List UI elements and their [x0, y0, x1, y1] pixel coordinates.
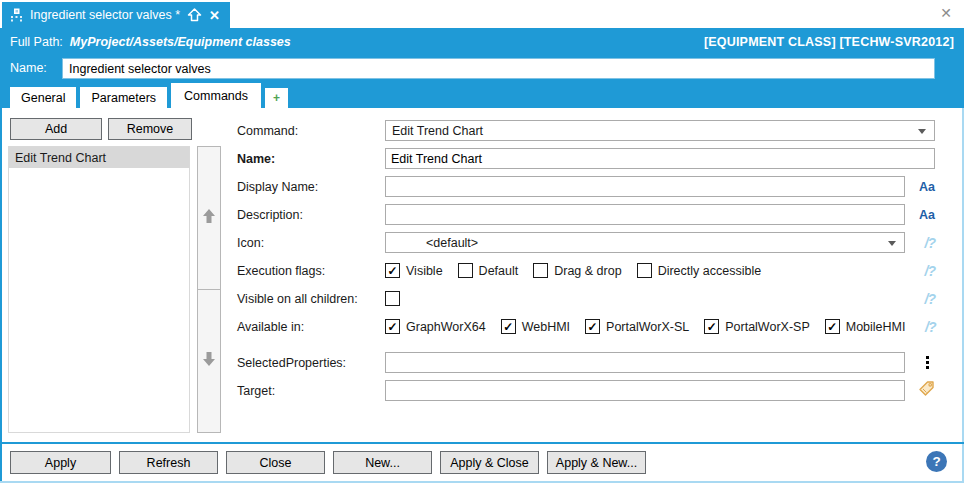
tab-strip: General Parameters Commands +: [0, 82, 964, 108]
icon-label: Icon:: [237, 236, 385, 250]
command-name-label: Name:: [237, 152, 385, 166]
context-badges: [EQUIPMENT CLASS] [TECHW-SVR2012]: [704, 35, 954, 49]
full-path-bar: Full Path:MyProject/Assets/Equipment cla…: [0, 28, 964, 55]
checkbox-default[interactable]: Default: [458, 263, 519, 278]
expression-picker-icon[interactable]: /?: [925, 319, 935, 335]
chevron-down-icon: [918, 129, 926, 134]
checkbox-portalworx-sp[interactable]: PortalWorX-SP: [704, 319, 810, 334]
remove-command-button[interactable]: Remove: [108, 118, 192, 140]
description-label: Description:: [237, 208, 385, 222]
help-icon[interactable]: ?: [926, 451, 947, 472]
move-up-button[interactable]: [198, 147, 220, 290]
available-in-row: Available in: GraphWorX64 WebHMI: [237, 316, 935, 337]
full-path: Full Path:MyProject/Assets/Equipment cla…: [10, 35, 291, 49]
description-input[interactable]: [385, 204, 905, 225]
more-options-icon[interactable]: [926, 356, 935, 369]
command-name-input[interactable]: [385, 148, 935, 169]
add-command-button[interactable]: Add: [10, 118, 102, 140]
new-button[interactable]: New...: [333, 451, 432, 474]
visible-on-all-children-label: Visible on all children:: [237, 292, 385, 306]
description-row: Description: Aa: [237, 204, 935, 225]
command-dropdown[interactable]: Edit Trend Chart: [385, 120, 935, 141]
icon-dropdown-value: <default>: [426, 236, 478, 250]
checkbox-icon[interactable]: [825, 319, 840, 334]
checkbox-label: PortalWorX-SL: [606, 320, 689, 334]
checkbox-webhmi[interactable]: WebHMI: [501, 319, 570, 334]
display-name-label: Display Name:: [237, 180, 385, 194]
display-name-row: Display Name: Aa: [237, 176, 935, 197]
float-up-icon[interactable]: [187, 8, 202, 22]
list-item[interactable]: Edit Trend Chart: [9, 147, 189, 168]
selected-properties-input[interactable]: [385, 352, 905, 373]
document-tab-title: Ingredient selector valves *: [30, 8, 180, 22]
target-row: Target:: [237, 380, 935, 401]
apply-button[interactable]: Apply: [10, 451, 111, 474]
tab-add-new[interactable]: +: [265, 88, 288, 108]
checkbox-icon[interactable]: [385, 291, 400, 306]
checkbox-portalworx-sl[interactable]: PortalWorX-SL: [585, 319, 689, 334]
icon-dropdown[interactable]: <default>: [385, 232, 905, 253]
available-in-label: Available in:: [237, 320, 385, 334]
icon-row: Icon: <default> /?: [237, 232, 935, 253]
document-tab[interactable]: Ingredient selector valves * ✕: [2, 2, 230, 28]
checkbox-icon[interactable]: [704, 319, 719, 334]
execution-flags-row: Execution flags: Visible Default: [237, 260, 935, 281]
tab-parameters[interactable]: Parameters: [80, 87, 167, 108]
chevron-down-icon: [888, 241, 896, 246]
checkbox-label: Default: [479, 264, 519, 278]
commands-list[interactable]: Edit Trend Chart: [8, 146, 190, 433]
expression-picker-icon[interactable]: /?: [925, 263, 935, 279]
selected-properties-label: SelectedProperties:: [237, 356, 385, 370]
apply-and-close-button[interactable]: Apply & Close: [440, 451, 539, 474]
command-name-row: Name:: [237, 148, 935, 169]
move-down-button[interactable]: [198, 290, 220, 432]
checkbox-icon[interactable]: [385, 263, 400, 278]
name-bar-label: Name:: [10, 61, 47, 75]
checkbox-directly-accessible[interactable]: Directly accessible: [637, 263, 762, 278]
checkbox-icon[interactable]: [458, 263, 473, 278]
execution-flags-label: Execution flags:: [237, 264, 385, 278]
equipment-node-icon: [10, 8, 23, 22]
display-name-input[interactable]: [385, 176, 905, 197]
down-arrow-icon: [202, 351, 216, 371]
tab-commands[interactable]: Commands: [171, 83, 261, 108]
tag-picker-icon[interactable]: [918, 380, 935, 401]
up-arrow-icon: [202, 208, 216, 228]
document-tab-close-icon[interactable]: ✕: [209, 9, 220, 22]
expression-picker-icon[interactable]: /?: [925, 291, 935, 307]
checkbox-drag-and-drop[interactable]: Drag & drop: [533, 263, 621, 278]
window-close-icon[interactable]: ✕: [940, 6, 952, 20]
close-button[interactable]: Close: [226, 451, 325, 474]
commands-tab-content: Add Remove Edit Trend Chart Command:: [2, 108, 962, 442]
command-dropdown-value: Edit Trend Chart: [392, 124, 483, 138]
name-bar: Name:: [0, 55, 964, 82]
checkbox-icon[interactable]: [385, 319, 400, 334]
checkbox-visible[interactable]: Visible: [385, 263, 443, 278]
target-label: Target:: [237, 384, 385, 398]
checkbox-label: WebHMI: [522, 320, 570, 334]
checkbox-icon[interactable]: [585, 319, 600, 334]
visible-on-all-children-row: Visible on all children: /?: [237, 288, 935, 309]
checkbox-icon[interactable]: [533, 263, 548, 278]
checkbox-icon[interactable]: [501, 319, 516, 334]
full-path-value: MyProject/Assets/Equipment classes: [70, 35, 291, 49]
document-tabbar: Ingredient selector valves * ✕ ✕: [0, 0, 964, 28]
checkbox-label: PortalWorX-SP: [725, 320, 810, 334]
checkbox-icon[interactable]: [637, 263, 652, 278]
checkbox-label: Drag & drop: [554, 264, 621, 278]
localization-icon[interactable]: Aa: [919, 180, 935, 194]
expression-picker-icon[interactable]: /?: [925, 235, 935, 251]
checkbox-label: MobileHMI: [846, 320, 906, 334]
tab-general[interactable]: General: [10, 87, 76, 108]
checkbox-visible-on-all-children[interactable]: [385, 291, 400, 306]
equipment-name-input[interactable]: [62, 58, 935, 79]
checkbox-mobilehmi[interactable]: MobileHMI: [825, 319, 906, 334]
checkbox-label: GraphWorX64: [406, 320, 486, 334]
apply-and-new-button[interactable]: Apply & New...: [547, 451, 646, 474]
refresh-button[interactable]: Refresh: [119, 451, 218, 474]
target-input[interactable]: [385, 380, 905, 401]
checkbox-graphworx64[interactable]: GraphWorX64: [385, 319, 486, 334]
localization-icon[interactable]: Aa: [919, 208, 935, 222]
command-row: Command: Edit Trend Chart: [237, 120, 935, 141]
command-form: Command: Edit Trend Chart Name: Display …: [237, 120, 935, 408]
